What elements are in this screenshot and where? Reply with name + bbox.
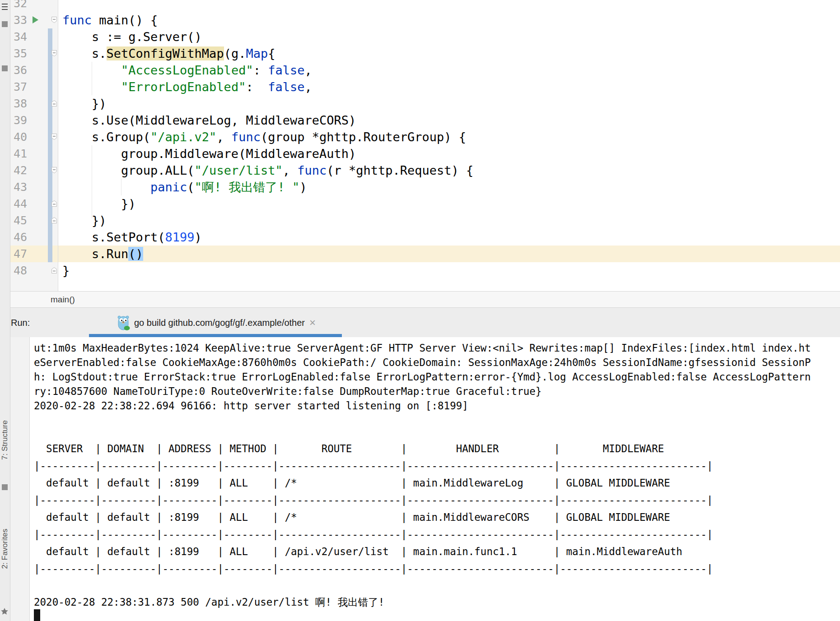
structure-tool-icon[interactable] bbox=[2, 9, 8, 10]
fold-marker-icon[interactable] bbox=[51, 100, 58, 107]
run-tab-title[interactable]: go build github.com/gogf/gf/.example/oth… bbox=[134, 318, 305, 328]
fold-marker-icon[interactable] bbox=[51, 50, 58, 57]
line-number: 38 bbox=[10, 95, 27, 112]
line-number: 44 bbox=[10, 195, 27, 212]
tool-window-icon[interactable] bbox=[2, 21, 8, 27]
editor-line[interactable]: 46 s.SetPort(8199) bbox=[10, 229, 840, 246]
sidebar-item-favorites[interactable]: 2: Favorites bbox=[0, 515, 9, 583]
line-number: 34 bbox=[10, 28, 27, 45]
code-text: s.Use(MiddlewareLog, MiddlewareCORS) bbox=[62, 112, 356, 129]
editor-line[interactable]: 38 }) bbox=[10, 95, 840, 112]
code-text: }) bbox=[62, 95, 107, 112]
console-toolbar bbox=[10, 337, 30, 621]
indent-guide bbox=[92, 62, 92, 95]
go-gopher-icon bbox=[116, 315, 131, 331]
editor-line[interactable]: 40 s.Group("/api.v2", func(group *ghttp.… bbox=[10, 129, 840, 145]
code-text: s := g.Server() bbox=[62, 28, 202, 45]
indent-guide bbox=[92, 145, 92, 218]
route-table-output: SERVER | DOMAIN | ADDRESS | METHOD | ROU… bbox=[34, 440, 713, 577]
code-text: s.SetConfigWithMap(g.Map{ bbox=[62, 45, 275, 62]
tool-window-icon[interactable] bbox=[2, 65, 8, 71]
run-label: Run: bbox=[11, 308, 30, 338]
line-number: 46 bbox=[10, 229, 27, 246]
fold-marker-icon[interactable] bbox=[51, 167, 58, 174]
editor-line[interactable]: 41 group.Middleware(MiddlewareAuth) bbox=[10, 145, 840, 162]
structure-tool-icon[interactable] bbox=[2, 6, 8, 7]
gutter-border bbox=[58, 0, 58, 291]
line-number: 47 bbox=[10, 246, 27, 262]
code-text: group.ALL("/user/list", func(r *ghttp.Re… bbox=[62, 162, 473, 179]
editor-line[interactable]: 32 bbox=[10, 0, 840, 12]
editor-line[interactable]: 47 s.Run() bbox=[10, 246, 840, 262]
line-number: 42 bbox=[10, 162, 27, 179]
code-text: group.Middleware(MiddlewareAuth) bbox=[62, 145, 356, 162]
editor-line[interactable]: 36 "AccessLogEnabled": false, bbox=[10, 62, 840, 79]
code-text: s.Group("/api.v2", func(group *ghttp.Rou… bbox=[62, 129, 466, 145]
line-number: 43 bbox=[10, 179, 27, 195]
console-cursor bbox=[34, 609, 40, 621]
favorites-star-icon[interactable] bbox=[0, 607, 9, 616]
console-tail-output: 2020-02-28 22:38:31.873 500 /api.v2/user… bbox=[34, 595, 384, 609]
sidebar-item-structure[interactable]: 7: Structure bbox=[0, 406, 9, 474]
fold-marker-icon[interactable] bbox=[51, 133, 58, 140]
breadcrumb[interactable]: main() bbox=[51, 292, 75, 308]
line-number: 48 bbox=[10, 262, 27, 279]
run-tab[interactable]: go build github.com/gogf/gf/.example/oth… bbox=[89, 308, 342, 338]
tool-window-bar: 7: Structure 2: Favorites bbox=[0, 0, 10, 621]
line-number: 36 bbox=[10, 62, 27, 79]
line-number: 32 bbox=[10, 0, 27, 12]
editor-line[interactable]: 33func main() { bbox=[10, 12, 840, 28]
run-arrow-icon[interactable] bbox=[33, 16, 38, 23]
code-text: } bbox=[62, 262, 70, 279]
editor-line[interactable]: 48} bbox=[10, 262, 840, 279]
code-text: }) bbox=[62, 195, 136, 212]
code-text: panic("啊! 我出错了! ") bbox=[62, 179, 307, 195]
fold-marker-icon[interactable] bbox=[51, 267, 58, 274]
code-text: func main() { bbox=[62, 12, 158, 28]
fold-marker-icon[interactable] bbox=[51, 200, 58, 207]
editor-line[interactable]: 35 s.SetConfigWithMap(g.Map{ bbox=[10, 45, 840, 62]
editor-line[interactable]: 44 }) bbox=[10, 195, 840, 212]
run-console[interactable]: ut:1m0s MaxHeaderBytes:1024 KeepAlive:tr… bbox=[30, 337, 840, 621]
line-number: 35 bbox=[10, 45, 27, 62]
line-number: 41 bbox=[10, 145, 27, 162]
breadcrumb-bar: main() bbox=[0, 291, 840, 307]
code-editor[interactable]: 3233func main() {34 s := g.Server()35 s.… bbox=[10, 0, 840, 291]
close-icon[interactable]: × bbox=[309, 317, 316, 328]
line-number: 40 bbox=[10, 129, 27, 145]
line-number: 45 bbox=[10, 212, 27, 229]
console-log-output: ut:1m0s MaxHeaderBytes:1024 KeepAlive:tr… bbox=[34, 341, 811, 413]
line-number: 33 bbox=[10, 12, 27, 28]
structure-tool-icon[interactable] bbox=[2, 4, 8, 5]
editor-line[interactable]: 37 "ErrorLogEnabled": false, bbox=[10, 79, 840, 95]
editor-line[interactable]: 43 panic("啊! 我出错了! ") bbox=[10, 179, 840, 195]
line-number: 37 bbox=[10, 79, 27, 95]
indent-guide bbox=[121, 179, 121, 195]
editor-line[interactable]: 39 s.Use(MiddlewareLog, MiddlewareCORS) bbox=[10, 112, 840, 129]
editor-line[interactable]: 45 }) bbox=[10, 212, 840, 229]
code-text: "ErrorLogEnabled": false, bbox=[62, 79, 312, 95]
code-text: }) bbox=[62, 212, 107, 229]
fold-marker-icon[interactable] bbox=[51, 217, 58, 224]
code-text: s.SetPort(8199) bbox=[62, 229, 202, 246]
editor-lines: 3233func main() {34 s := g.Server()35 s.… bbox=[10, 0, 840, 279]
favorites-tool-icon[interactable] bbox=[2, 484, 8, 490]
vcs-change-bar[interactable] bbox=[48, 28, 52, 262]
run-tool-window-header: Run: go build github.com/gogf/gf/.exampl… bbox=[0, 307, 840, 337]
line-number: 39 bbox=[10, 112, 27, 129]
code-text: "AccessLogEnabled": false, bbox=[62, 62, 312, 79]
editor-line[interactable]: 34 s := g.Server() bbox=[10, 28, 840, 45]
editor-line[interactable]: 42 group.ALL("/user/list", func(r *ghttp… bbox=[10, 162, 840, 179]
fold-marker-icon[interactable] bbox=[51, 16, 58, 23]
code-text: s.Run() bbox=[62, 246, 143, 262]
